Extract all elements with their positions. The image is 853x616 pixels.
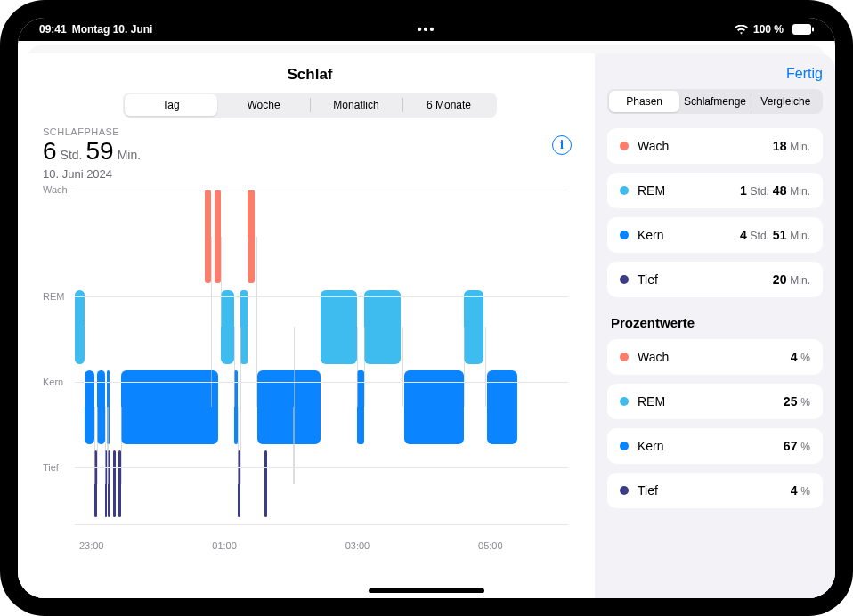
phase-name: REM	[638, 183, 740, 198]
done-button[interactable]: Fertig	[607, 66, 823, 82]
multitask-dots-icon[interactable]: •••	[418, 22, 436, 36]
side-segmented-control: PhasenSchlafmengeVergleiche	[607, 89, 823, 114]
phase-row-tief[interactable]: Tief 20 Min.	[607, 262, 823, 297]
gridline	[75, 382, 568, 383]
status-date: Montag 10. Juni	[72, 23, 153, 36]
info-button[interactable]: i	[552, 135, 572, 155]
percent-row-tief[interactable]: Tief 4 %	[607, 473, 823, 508]
percent-list: Wach 4 % REM 25 % Kern 67 % Tief 4 %	[607, 339, 823, 517]
side-tab-schlafmenge[interactable]: Schlafmenge	[679, 91, 750, 112]
range-tab-6 monate[interactable]: 6 Monate	[402, 94, 495, 116]
gridline	[75, 467, 568, 468]
durations-list: Wach 18 Min. REM 1 Std. 48 Min. Kern 4 S…	[607, 128, 823, 306]
sleep-segment-rem	[321, 290, 357, 364]
y-label-wach: Wach	[43, 184, 68, 195]
percent-row-rem[interactable]: REM 25 %	[607, 384, 823, 419]
sleep-segment-wach	[248, 190, 254, 283]
transition-line	[464, 327, 465, 407]
battery-percent: 100 %	[753, 23, 784, 36]
transition-line	[85, 327, 85, 407]
phase-row-wach[interactable]: Wach 18 Min.	[607, 128, 823, 164]
range-segmented-control: TagWocheMonatlich6 Monate	[123, 93, 497, 118]
side-tab-phasen[interactable]: Phasen	[609, 91, 679, 112]
phase-name: Tief	[638, 272, 773, 287]
transition-line	[238, 407, 239, 483]
phase-duration: 18 Min.	[773, 139, 810, 153]
transition-line	[221, 237, 222, 328]
battery-icon	[789, 24, 814, 35]
phase-dot-icon	[620, 353, 629, 361]
svg-rect-1	[812, 28, 814, 32]
gridline	[75, 296, 568, 297]
transition-line	[108, 407, 109, 483]
phase-percent: 25 %	[784, 394, 810, 409]
percent-row-kern[interactable]: Kern 67 %	[607, 428, 823, 464]
phase-dot-icon	[620, 275, 629, 284]
x-tick: 23:00	[79, 540, 104, 551]
sleep-segment-wach	[215, 190, 221, 283]
phase-dot-icon	[620, 397, 629, 406]
sleep-segment-tief	[113, 450, 116, 517]
phase-dot-icon	[620, 442, 629, 450]
summary-minutes: 59	[85, 137, 113, 166]
phase-name: REM	[638, 394, 784, 409]
phase-row-rem[interactable]: REM 1 Std. 48 Min.	[607, 173, 823, 208]
page-title: Schlaf	[43, 66, 577, 84]
summary-hours-unit: Std.	[61, 148, 83, 162]
y-label-tief: Tief	[43, 462, 59, 473]
range-tab-tag[interactable]: Tag	[125, 94, 217, 116]
phase-dot-icon	[620, 142, 629, 150]
percent-header: Prozentwerte	[611, 315, 823, 330]
sleep-segment-wach	[205, 190, 211, 283]
side-panel: Fertig PhasenSchlafmengeVergleiche Wach …	[595, 53, 835, 598]
phase-name: Wach	[638, 350, 791, 364]
phase-name: Kern	[638, 228, 740, 242]
summary-date: 10. Juni 2024	[43, 167, 577, 181]
x-tick: 03:00	[345, 540, 370, 551]
y-label-rem: REM	[43, 291, 64, 302]
phase-name: Kern	[638, 439, 784, 453]
phase-percent: 4 %	[791, 350, 810, 364]
transition-line	[121, 407, 122, 483]
sleep-segment-rem	[364, 290, 401, 364]
sleep-segment-rem	[75, 290, 85, 364]
transition-line	[97, 407, 98, 483]
transition-line	[105, 407, 106, 483]
phase-percent: 67 %	[784, 439, 810, 453]
range-tab-monatlich[interactable]: Monatlich	[310, 94, 402, 116]
status-time: 09:41	[39, 23, 67, 36]
status-bar: 09:41 Montag 10. Juni ••• 100 %	[18, 18, 835, 41]
phase-duration: 4 Std. 51 Min.	[740, 228, 810, 242]
sleep-segment-tief	[264, 450, 267, 517]
x-tick: 05:00	[478, 540, 503, 551]
sleep-segment-rem	[464, 290, 483, 364]
main-panel: Schlaf TagWocheMonatlich6 Monate SCHLAFP…	[18, 53, 595, 598]
side-tab-vergleiche[interactable]: Vergleiche	[751, 91, 821, 112]
svg-rect-0	[792, 24, 811, 35]
transition-line	[94, 407, 95, 483]
transition-line	[234, 327, 235, 407]
phase-dot-icon	[620, 186, 629, 195]
sleep-segment-rem	[240, 290, 248, 364]
summary-minutes-unit: Min.	[118, 148, 141, 162]
transition-line	[357, 327, 358, 407]
phase-percent: 4 %	[791, 483, 810, 498]
transition-line	[364, 327, 365, 407]
phase-name: Tief	[638, 483, 791, 498]
transition-line	[294, 327, 295, 484]
phase-name: Wach	[638, 139, 773, 153]
sleep-phase-chart[interactable]: WachREMKernTief23:0001:0003:0005:00	[43, 190, 577, 546]
home-indicator[interactable]	[369, 588, 484, 593]
percent-row-wach[interactable]: Wach 4 %	[607, 339, 823, 375]
transition-line	[485, 327, 486, 407]
y-label-kern: Kern	[43, 377, 63, 387]
phase-dot-icon	[620, 231, 629, 239]
phase-row-kern[interactable]: Kern 4 Std. 51 Min.	[607, 217, 823, 253]
phase-dot-icon	[620, 486, 629, 495]
range-tab-woche[interactable]: Woche	[217, 94, 310, 116]
x-tick: 01:00	[212, 540, 237, 551]
phase-duration: 1 Std. 48 Min.	[740, 183, 810, 198]
summary-block: SCHLAFPHASE 6 Std. 59 Min. 10. Juni 2024	[43, 126, 577, 181]
summary-hours: 6	[43, 137, 57, 166]
wifi-icon	[735, 25, 748, 35]
